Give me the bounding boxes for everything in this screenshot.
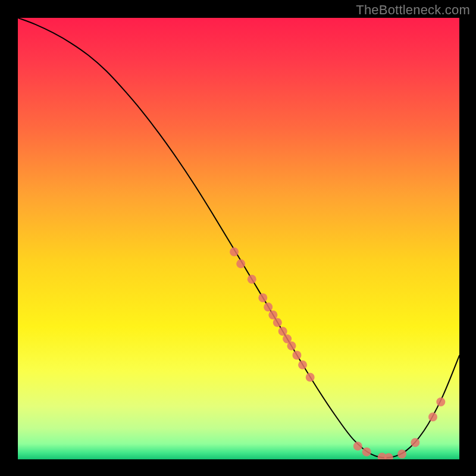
data-marker	[411, 438, 419, 447]
gradient-background	[18, 18, 459, 459]
data-marker	[268, 311, 277, 320]
data-marker	[436, 397, 445, 406]
data-marker	[287, 342, 296, 350]
data-marker	[384, 453, 393, 462]
data-marker	[306, 372, 315, 381]
data-marker	[428, 412, 437, 421]
bottleneck-chart	[0, 0, 476, 476]
data-marker	[273, 318, 282, 327]
data-marker	[397, 450, 406, 459]
data-marker	[230, 248, 239, 256]
data-marker	[258, 293, 267, 302]
data-marker	[298, 361, 307, 369]
data-marker	[292, 350, 301, 359]
data-marker	[264, 303, 273, 312]
data-marker	[353, 441, 362, 450]
data-marker	[362, 447, 371, 456]
chart-stage: TheBottleneck.com	[0, 0, 476, 476]
data-marker	[248, 275, 256, 284]
data-marker	[236, 259, 245, 268]
data-marker	[278, 327, 287, 336]
